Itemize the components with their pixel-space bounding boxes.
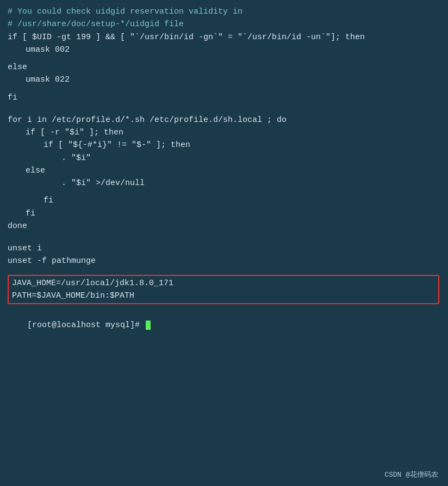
cursor <box>146 321 151 330</box>
code-line: # You could check uidgid reservation val… <box>8 5 440 18</box>
code-line: . "$i" >/dev/null <box>8 177 440 189</box>
code-line: # /usr/share/doc/setup-*/uidgid file <box>8 18 440 30</box>
code-line: . "$i" <box>8 152 440 164</box>
code-line: else <box>8 164 440 177</box>
highlighted-block: JAVA_HOME=/usr/local/jdk1.8.0_171 PATH=$… <box>8 275 439 305</box>
code-line: fi <box>8 207 440 220</box>
code-line: if [ "${-#*i}" != "$-" ]; then <box>8 139 440 151</box>
watermark: CSDN @花僧码农 <box>384 470 438 479</box>
code-line: umask 022 <box>8 73 440 86</box>
code-line: done <box>8 220 440 232</box>
highlighted-line-java-home: JAVA_HOME=/usr/local/jdk1.8.0_171 <box>12 277 435 290</box>
terminal-window: # You could check uidgid reservation val… <box>0 0 448 486</box>
code-line: if [ -r "$i" ]; then <box>8 126 440 139</box>
code-line: unset -f pathmunge <box>8 255 440 267</box>
code-line: fi <box>8 91 440 104</box>
code-block: # You could check uidgid reservation val… <box>8 5 440 273</box>
code-line: if [ $UID -gt 199 ] && [ "`/usr/bin/id -… <box>8 31 440 44</box>
code-line: else <box>8 61 440 73</box>
prompt-line: [root@localhost mysql]# <box>8 306 440 344</box>
highlighted-line-path: PATH=$JAVA_HOME/bin:$PATH <box>12 290 435 302</box>
code-line: for i in /etc/profile.d/*.sh /etc/profil… <box>8 114 440 126</box>
code-line: unset i <box>8 242 440 255</box>
prompt-text: [root@localhost mysql]# <box>27 321 145 330</box>
code-line: fi <box>8 194 440 207</box>
code-line: umask 002 <box>8 44 440 56</box>
